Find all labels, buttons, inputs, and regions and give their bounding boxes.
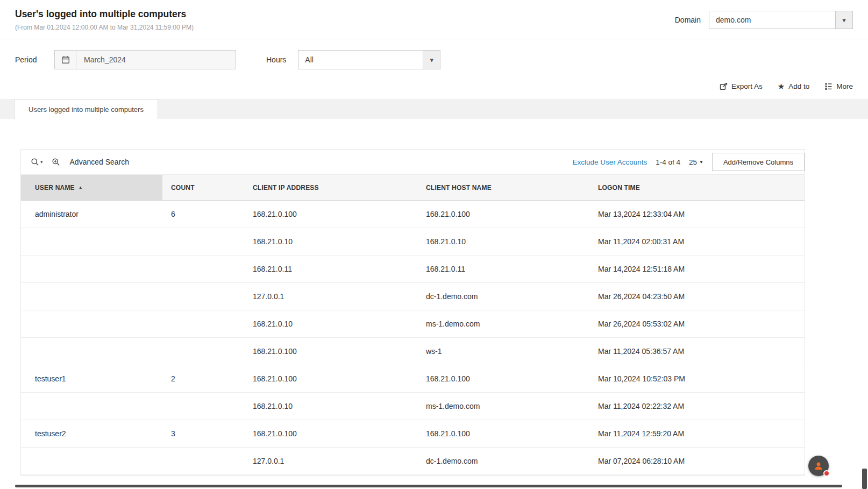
cell: 168.21.0.10 bbox=[244, 310, 417, 338]
table-row[interactable]: 168.21.0.10ms-1.demo.comMar 26,2024 05:5… bbox=[21, 310, 805, 338]
domain-label: Domain bbox=[675, 16, 701, 24]
table-row[interactable]: 168.21.0.11168.21.0.11Mar 14,2024 12:51:… bbox=[21, 256, 805, 283]
table-row[interactable]: administrator6168.21.0.100168.21.0.100Ma… bbox=[21, 201, 805, 228]
advanced-search-icon[interactable] bbox=[52, 158, 60, 166]
domain-dropdown[interactable]: demo.com ▾ bbox=[709, 11, 853, 29]
cell bbox=[21, 256, 162, 283]
export-icon bbox=[720, 82, 728, 90]
cell bbox=[21, 393, 162, 420]
add-to-button[interactable]: ★ Add to bbox=[778, 82, 809, 90]
table-row[interactable]: testuser23168.21.0.100168.21.0.100Mar 11… bbox=[21, 420, 805, 448]
cell: 2 bbox=[162, 365, 244, 393]
cell: Mar 07,2024 06:28:10 AM bbox=[589, 448, 805, 475]
add-to-label: Add to bbox=[788, 82, 809, 90]
add-remove-columns-button[interactable]: Add/Remove Columns bbox=[712, 153, 805, 171]
report-date-range: (From Mar 01,2024 12:00:00 AM to Mar 31,… bbox=[15, 24, 194, 31]
chat-widget-button[interactable] bbox=[808, 456, 829, 476]
cell bbox=[162, 338, 244, 365]
cell: 127.0.0.1 bbox=[244, 448, 417, 475]
cell: Mar 11,2024 05:36:57 AM bbox=[589, 338, 805, 365]
column-header-count[interactable]: COUNT bbox=[162, 175, 244, 201]
caret-down-icon: ▼ bbox=[699, 160, 703, 165]
cell bbox=[21, 338, 162, 365]
tab-bar: Users logged into multiple computers bbox=[0, 99, 868, 119]
cell: 168.21.0.100 bbox=[417, 201, 589, 228]
chevron-down-icon[interactable]: ▾ bbox=[423, 51, 440, 69]
tab-users-logged-into-multiple-computers[interactable]: Users logged into multiple computers bbox=[14, 99, 158, 119]
period-label: Period bbox=[15, 55, 54, 64]
page-size-dropdown[interactable]: 25 ▼ bbox=[689, 158, 703, 166]
cell: 168.21.0.10 bbox=[244, 228, 417, 256]
cell: ms-1.demo.com bbox=[417, 310, 589, 338]
table-header-row: USER NAME▲COUNTCLIENT IP ADDRESSCLIENT H… bbox=[21, 175, 805, 201]
cell bbox=[162, 256, 244, 283]
page-title: User's logged into multiple computers bbox=[15, 9, 194, 20]
column-header-client-host-name[interactable]: CLIENT HOST NAME bbox=[417, 175, 589, 201]
filter-row: Period Hours All ▾ bbox=[15, 50, 853, 69]
table-body: administrator6168.21.0.100168.21.0.100Ma… bbox=[21, 201, 805, 475]
advanced-search-label[interactable]: Advanced Search bbox=[70, 158, 130, 166]
cell: Mar 11,2024 02:00:31 AM bbox=[589, 228, 805, 256]
cell: 168.21.0.11 bbox=[244, 256, 417, 283]
calendar-icon[interactable] bbox=[55, 51, 76, 69]
table-row[interactable]: 168.21.0.100ws-1Mar 11,2024 05:36:57 AM bbox=[21, 338, 805, 365]
cell bbox=[162, 228, 244, 256]
cell bbox=[162, 310, 244, 338]
cell: Mar 13,2024 12:33:04 AM bbox=[589, 201, 805, 228]
star-icon: ★ bbox=[778, 82, 785, 90]
cell: Mar 14,2024 12:51:18 AM bbox=[589, 256, 805, 283]
period-picker bbox=[54, 50, 236, 69]
report-table-panel: ▾ Advanced Search Exclude User Accounts … bbox=[20, 149, 805, 476]
column-header-logon-time[interactable]: LOGON TIME bbox=[589, 175, 805, 201]
cell: 168.21.0.100 bbox=[417, 420, 589, 448]
cell: dc-1.demo.com bbox=[417, 448, 589, 475]
cell: 168.21.0.100 bbox=[244, 420, 417, 448]
cell bbox=[162, 448, 244, 475]
cell: 168.21.0.100 bbox=[244, 201, 417, 228]
column-header-client-ip-address[interactable]: CLIENT IP ADDRESS bbox=[244, 175, 417, 201]
table-row[interactable]: testuser12168.21.0.100168.21.0.100Mar 10… bbox=[21, 365, 805, 393]
search-caret-icon: ▾ bbox=[40, 159, 43, 165]
table-row[interactable]: 127.0.0.1dc-1.demo.comMar 26,2024 04:23:… bbox=[21, 283, 805, 310]
sort-asc-icon: ▲ bbox=[79, 185, 83, 190]
page-size-value: 25 bbox=[689, 158, 697, 166]
export-as-button[interactable]: Export As bbox=[720, 82, 763, 90]
domain-selector: Domain demo.com ▾ bbox=[675, 9, 853, 31]
table-toolbar: ▾ Advanced Search Exclude User Accounts … bbox=[21, 150, 805, 174]
page-header: User's logged into multiple computers (F… bbox=[0, 0, 868, 31]
cell bbox=[21, 448, 162, 475]
cell: dc-1.demo.com bbox=[417, 283, 589, 310]
cell: 168.21.0.10 bbox=[244, 393, 417, 420]
more-icon bbox=[824, 82, 833, 90]
period-input[interactable] bbox=[76, 51, 236, 69]
more-button[interactable]: More bbox=[824, 82, 853, 90]
table-row[interactable]: 168.21.0.10ms-1.demo.comMar 11,2024 02:2… bbox=[21, 393, 805, 420]
header-divider bbox=[0, 39, 868, 39]
search-icon[interactable]: ▾ bbox=[31, 158, 43, 166]
cell bbox=[162, 283, 244, 310]
cell: administrator bbox=[21, 201, 162, 228]
cell: 168.21.0.100 bbox=[244, 365, 417, 393]
domain-value: demo.com bbox=[709, 11, 835, 29]
cell: ws-1 bbox=[417, 338, 589, 365]
cell: 6 bbox=[162, 201, 244, 228]
cell: 3 bbox=[162, 420, 244, 448]
export-as-label: Export As bbox=[731, 82, 763, 90]
cell: Mar 26,2024 04:23:50 AM bbox=[589, 283, 805, 310]
chevron-down-icon[interactable]: ▾ bbox=[835, 11, 852, 29]
cell: ms-1.demo.com bbox=[417, 393, 589, 420]
results-table: USER NAME▲COUNTCLIENT IP ADDRESSCLIENT H… bbox=[21, 174, 805, 475]
title-block: User's logged into multiple computers (F… bbox=[15, 9, 194, 31]
horizontal-scrollbar[interactable] bbox=[15, 485, 842, 487]
hours-value: All bbox=[298, 51, 423, 69]
table-row[interactable]: 127.0.0.1dc-1.demo.comMar 07,2024 06:28:… bbox=[21, 448, 805, 475]
exclude-user-accounts-link[interactable]: Exclude User Accounts bbox=[572, 158, 647, 166]
hours-dropdown[interactable]: All ▾ bbox=[298, 50, 440, 69]
cell bbox=[21, 310, 162, 338]
cell: Mar 11,2024 02:22:32 AM bbox=[589, 393, 805, 420]
cell bbox=[21, 228, 162, 256]
result-range: 1-4 of 4 bbox=[656, 158, 680, 166]
vertical-scrollbar[interactable] bbox=[862, 469, 867, 489]
column-header-user-name[interactable]: USER NAME▲ bbox=[21, 175, 162, 201]
table-row[interactable]: 168.21.0.10168.21.0.10Mar 11,2024 02:00:… bbox=[21, 228, 805, 256]
